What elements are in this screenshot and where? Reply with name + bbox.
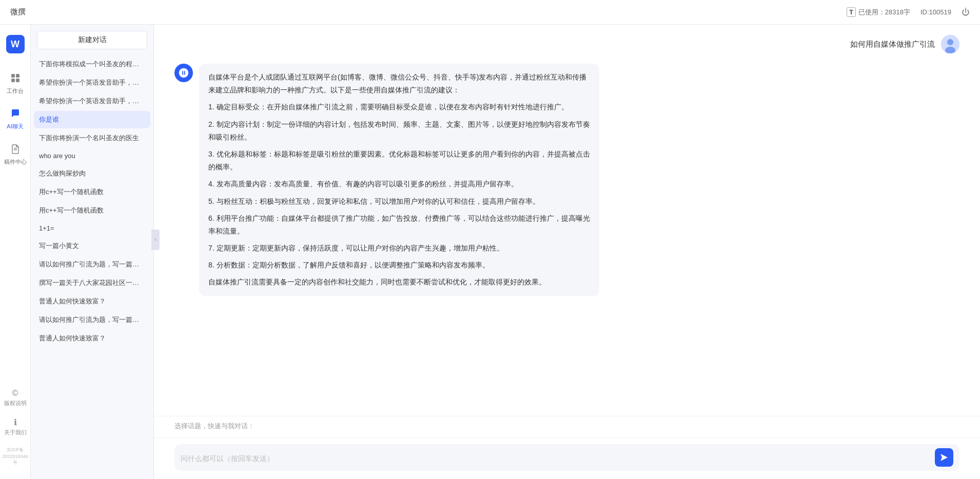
message-paragraph: 4. 发布高质量内容：发布高质量、有价值、有趣的内容可以吸引更多的粉丝，并提高用… (208, 178, 590, 190)
svg-rect-2 (11, 79, 15, 82)
topbar-title: 微撰 (10, 7, 26, 17)
ai-chat-label: AI聊天 (7, 123, 23, 130)
message-paragraph: 8. 分析数据：定期分析数据，了解用户反馈和喜好，以便调整推广策略和内容发布频率… (208, 259, 590, 272)
about-icon: ℹ (14, 417, 17, 427)
message-paragraph: 7. 定期更新：定期更新内容，保持活跃度，可以让用户对你的内容产生兴趣，增加用户… (208, 242, 590, 255)
usage-icon: T (847, 7, 856, 17)
chat-list-item[interactable]: 用c++写一个随机函数 (34, 202, 150, 219)
message-paragraph: 自媒体推广引流需要具备一定的内容创作和社交能力，同时也需要不断尝试和优化，才能取… (208, 276, 590, 289)
logout-button[interactable]: ⏻ (962, 8, 970, 17)
sidebar-item-drafts[interactable]: 稿件中心 (2, 140, 29, 170)
message-row: 自媒体平台是个人或团队通过互联网平台(如博客、微博、微信公众号、抖音、快手等)发… (174, 64, 959, 296)
message-paragraph: 2. 制定内容计划：制定一份详细的内容计划，包括发布时间、频率、主题、文案、图片… (208, 118, 590, 144)
chat-sidebar: 新建对话 下面你将模拟成一个叫圣友的程序员，我说...希望你扮演一个英语发音助手… (31, 25, 154, 479)
message-paragraph: 5. 与粉丝互动：积极与粉丝互动，回复评论和私信，可以增加用户对你的认可和信任，… (208, 195, 590, 208)
avatar (941, 35, 959, 53)
topbar-usage: T 已使用：28318字 (847, 7, 910, 17)
send-button[interactable] (935, 448, 953, 467)
logo-area: W (6, 35, 25, 53)
topbar: 微撰 T 已使用：28318字 ID:100519 ⏻ (0, 0, 980, 25)
message-paragraph: 6. 利用平台推广功能：自媒体平台都提供了推广功能，如广告投放、付费推广等，可以… (208, 212, 590, 238)
chat-list-item[interactable]: 普通人如何快速致富？ (34, 293, 150, 310)
sidebar-item-about[interactable]: ℹ 关于我们 (2, 415, 29, 439)
sidebar-item-workspace[interactable]: 工作台 (2, 69, 29, 99)
chat-list: 下面你将模拟成一个叫圣友的程序员，我说...希望你扮演一个英语发音助手，我提供给… (31, 55, 153, 479)
sidebar-item-ai-chat[interactable]: AI聊天 (2, 104, 29, 135)
copyright-icon: © (12, 389, 18, 398)
chat-list-item[interactable]: 请以如何推广引流为题，写一篇大纲 (34, 256, 150, 273)
message-paragraph: 3. 优化标题和标签：标题和标签是吸引粉丝的重要因素。优化标题和标签可以让更多的… (208, 148, 590, 174)
chat-list-item[interactable]: 希望你扮演一个英语发音助手，我提供给你... (34, 92, 150, 110)
workspace-label: 工作台 (7, 87, 24, 95)
drafts-icon (10, 144, 21, 157)
copyright-label: 版权说明 (4, 399, 27, 407)
quick-replies-label: 选择话题，快速与我对话： (174, 421, 959, 431)
main-layout: W 工作台 AI聊天 (0, 25, 980, 479)
quick-replies-area: 选择话题，快速与我对话： (154, 416, 980, 437)
sidebar-item-copyright[interactable]: © 版权说明 (2, 386, 29, 410)
message-row: 如何用自媒体做推广引流 (174, 35, 959, 53)
new-chat-button[interactable]: 新建对话 (37, 31, 147, 49)
chat-list-item[interactable]: who are you (34, 148, 150, 164)
topbar-right: T 已使用：28318字 ID:100519 ⏻ (847, 7, 970, 17)
icon-sidebar: W 工作台 AI聊天 (0, 25, 31, 479)
ai-chat-icon (10, 108, 21, 121)
workspace-icon (10, 73, 21, 86)
chat-messages: 如何用自媒体做推广引流自媒体平台是个人或团队通过互联网平台(如博客、微博、微信公… (154, 25, 980, 416)
icp-text: 京ICP备2022019346号 (0, 444, 30, 469)
chat-list-item[interactable]: 下面你将扮演一个名叫圣友的医生 (34, 129, 150, 147)
chat-list-item[interactable]: 用c++写一个随机函数 (34, 183, 150, 201)
chat-list-item[interactable]: 希望你扮演一个英语发音助手，我提供给你... (34, 74, 150, 91)
chat-list-item[interactable]: 1+1= (34, 220, 150, 236)
chat-list-item[interactable]: 你是谁 (34, 111, 150, 128)
message-bubble: 自媒体平台是个人或团队通过互联网平台(如博客、微博、微信公众号、抖音、快手等)发… (199, 64, 599, 296)
input-area (154, 437, 980, 479)
chat-input[interactable] (181, 454, 931, 467)
svg-rect-0 (11, 74, 15, 78)
chat-list-item[interactable]: 撰写一篇关于八大家花园社区一刻钟便民生... (34, 274, 150, 292)
message-content: 自媒体平台是个人或团队通过互联网平台(如博客、微博、微信公众号、抖音、快手等)发… (208, 71, 590, 289)
message-bubble: 如何用自媒体做推广引流 (850, 35, 935, 53)
chat-list-item[interactable]: 写一篇小黄文 (34, 237, 150, 255)
svg-rect-1 (16, 74, 19, 78)
svg-rect-3 (16, 79, 19, 82)
chat-list-item[interactable]: 怎么做狗屎炒肉 (34, 165, 150, 182)
chat-list-item[interactable]: 下面你将模拟成一个叫圣友的程序员，我说... (34, 55, 150, 73)
nav-bottom: © 版权说明 ℹ 关于我们 京ICP备2022019346号 (0, 386, 30, 469)
chat-list-item[interactable]: 普通人如何快速致富？ (34, 330, 150, 347)
collapse-sidebar-button[interactable]: ‹ (151, 229, 160, 250)
usage-text: 已使用：28318字 (858, 8, 910, 17)
message-paragraph: 1. 确定目标受众：在开始自媒体推广引流之前，需要明确目标受众是谁，以便在发布内… (208, 101, 590, 113)
chat-main: 如何用自媒体做推广引流自媒体平台是个人或团队通过互联网平台(如博客、微博、微信公… (154, 25, 980, 479)
input-box (174, 444, 959, 471)
chat-list-item[interactable]: 请以如何推广引流为题，写一篇大纲 (34, 311, 150, 329)
topbar-id: ID:100519 (920, 8, 951, 16)
logo-icon: W (6, 35, 25, 53)
message-paragraph: 自媒体平台是个人或团队通过互联网平台(如博客、微博、微信公众号、抖音、快手等)发… (208, 71, 590, 97)
about-label: 关于我们 (4, 429, 27, 436)
avatar (174, 64, 193, 82)
svg-point-7 (947, 39, 953, 45)
drafts-label: 稿件中心 (4, 158, 27, 166)
